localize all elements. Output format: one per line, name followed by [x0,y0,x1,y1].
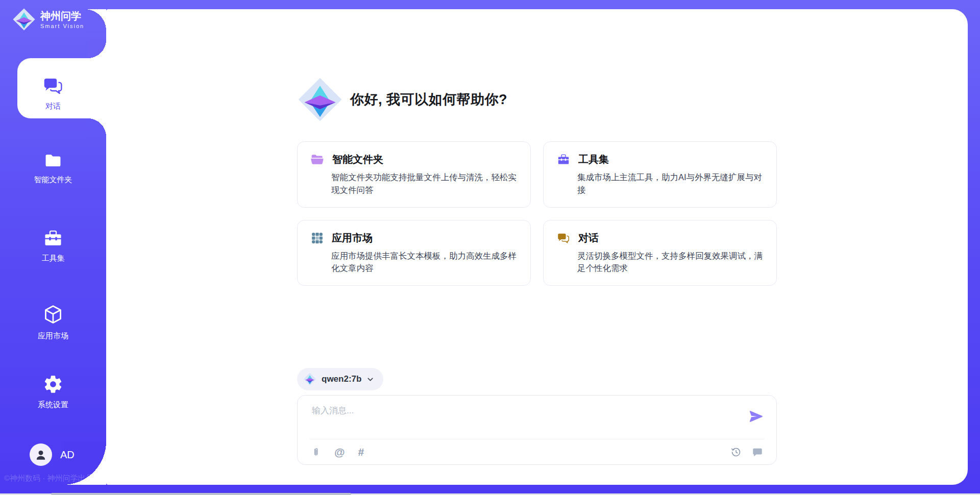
hash-icon: # [358,447,364,457]
user-initials: AD [60,449,75,461]
shortcut-cards: 智能文件夹 智能文件夹功能支持批量文件上传与清洗，轻松实现文件问答 工具集 集成… [297,141,777,286]
card-description: 集成市场上主流工具，助力AI与外界无缝扩展与对接 [577,171,763,196]
sidebar-item-toolset[interactable]: 工具集 [3,229,103,263]
gear-icon [43,374,63,394]
card-title: 智能文件夹 [332,153,383,166]
logo-diamond-icon [303,373,316,386]
model-selector[interactable]: qwen2:7b [297,368,383,390]
brand-logo-icon [12,8,36,31]
history-icon [730,447,742,458]
attach-file-button[interactable] [311,446,321,458]
sidebar-item-label: 工具集 [3,254,103,263]
sidebar-item-smart-folder[interactable]: 智能文件夹 [3,152,103,185]
message-composer: @ # [297,395,777,465]
card-app-market[interactable]: 应用市场 应用市场提供丰富长文本模板，助力高效生成多样化文章内容 [297,220,531,286]
user-profile[interactable]: AD [30,443,75,466]
card-description: 灵活切换多模型文件，支持多样回复效果调试，满足个性化需求 [577,250,763,275]
brand: 神州问学 Smart Vision [12,8,84,31]
chat-icon [42,76,64,96]
sidebar-item-settings[interactable]: 系统设置 [3,374,103,410]
card-title: 应用市场 [332,231,373,245]
folder-open-icon [311,154,324,166]
horizontal-scrollbar[interactable] [51,493,351,495]
brand-name: 神州问学 [40,10,84,22]
chat-icon [557,232,570,244]
message-input[interactable] [311,404,736,437]
new-chat-button[interactable] [752,447,763,458]
card-title: 对话 [578,231,599,245]
card-chat[interactable]: 对话 灵活切换多模型文件，支持多样回复效果调试，满足个性化需求 [543,220,777,286]
card-smart-folder[interactable]: 智能文件夹 智能文件夹功能支持批量文件上传与清洗，轻松实现文件问答 [297,141,531,208]
send-button[interactable] [748,409,764,425]
sidebar-item-label: 应用市场 [3,331,103,341]
send-icon [748,409,764,424]
person-icon [34,448,47,461]
at-icon: @ [334,447,345,457]
model-name: qwen2:7b [322,374,361,384]
mention-button[interactable]: @ [334,447,345,457]
card-description: 智能文件夹功能支持批量文件上传与清洗，轻松实现文件问答 [331,171,517,196]
chat-bubble-icon [752,447,763,458]
sidebar: 神州问学 Smart Vision 对话 智能文件夹 工具集 [0,0,106,495]
card-toolset[interactable]: 工具集 集成市场上主流工具，助力AI与外界无缝扩展与对接 [543,141,777,208]
topic-button[interactable]: # [358,447,364,457]
main-content: 你好, 我可以如何帮助你? 智能文件夹 智能文件夹功能支持批量文件上传与清洗，轻… [297,9,777,465]
brand-subtitle: Smart Vision [40,23,84,29]
history-button[interactable] [730,447,742,458]
paperclip-icon [311,446,321,458]
apps-grid-icon [311,232,324,244]
toolbox-icon [43,229,63,248]
avatar [30,443,52,466]
cube-icon [43,304,63,326]
sidebar-item-chat[interactable]: 对话 [3,76,103,111]
folder-icon [43,152,63,169]
card-description: 应用市场提供丰富长文本模板，助力高效生成多样化文章内容 [331,250,517,275]
sidebar-item-app-market[interactable]: 应用市场 [3,304,103,341]
sidebar-footer: ©神州数码 · 神州问学出品 [4,474,93,483]
toolbox-icon [557,153,570,166]
chevron-down-icon [366,376,374,383]
card-title: 工具集 [578,153,609,166]
greeting: 你好, 我可以如何帮助你? [297,77,777,122]
sidebar-item-label: 系统设置 [3,400,103,410]
sidebar-item-label: 智能文件夹 [3,175,103,185]
sidebar-item-label: 对话 [3,102,103,111]
logo-diamond-icon [297,77,343,122]
greeting-title: 你好, 我可以如何帮助你? [350,90,507,109]
